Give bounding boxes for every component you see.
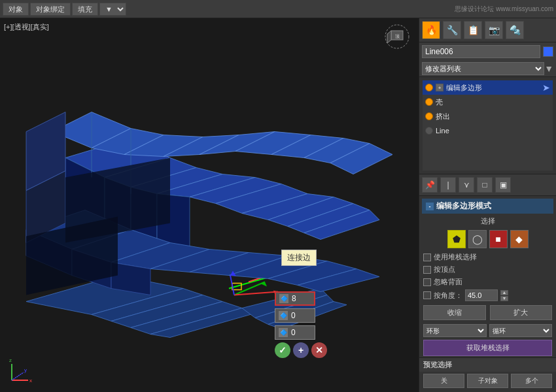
input-icon-2: 🔷 bbox=[278, 310, 288, 321]
checkbox-icon-back[interactable] bbox=[423, 278, 431, 286]
axes-indicator: x z y bbox=[5, 354, 38, 387]
panel-stack-btn[interactable]: | bbox=[440, 177, 456, 193]
toolbar-btn-object[interactable]: 对象 bbox=[3, 3, 29, 16]
panel-paste-btn[interactable]: ▣ bbox=[495, 177, 511, 193]
object-name-row bbox=[419, 42, 556, 61]
add-button[interactable]: + bbox=[293, 342, 309, 358]
ring-dropdown[interactable]: 环形 bbox=[423, 324, 487, 337]
input-row-3[interactable]: 🔷 0 bbox=[275, 325, 315, 340]
preview-btn-row: 关 子对象 多个 bbox=[419, 372, 556, 390]
checkbox-label-vertex: 按顶点 bbox=[434, 265, 455, 274]
tooltip-popup: 连接边 bbox=[281, 250, 317, 266]
modifier-arrow-editpoly: ➤ bbox=[542, 82, 550, 93]
watermark: 思缘设计论坛 www.missyuan.com bbox=[455, 5, 553, 14]
confirm-button[interactable]: ✓ bbox=[275, 342, 290, 358]
svg-line-63 bbox=[12, 372, 24, 380]
spin-down-icon[interactable]: ▼ bbox=[500, 296, 508, 301]
scene-svg bbox=[0, 18, 419, 392]
preview-child-button[interactable]: 子对象 bbox=[467, 374, 508, 388]
color-swatch[interactable] bbox=[543, 46, 553, 57]
shrink-button[interactable]: 收缩 bbox=[423, 305, 486, 320]
ring-loop-row: 环形 循环 bbox=[419, 323, 556, 338]
panel-copy-btn[interactable]: □ bbox=[477, 177, 493, 193]
toolbar-btn-bind[interactable]: 对象绑定 bbox=[30, 3, 71, 16]
sel-btn-vertex[interactable]: ⬟ bbox=[447, 230, 466, 248]
viewport-inputs: 🔷 8 🔷 0 🔷 0 bbox=[275, 291, 315, 340]
svg-marker-68 bbox=[387, 31, 391, 43]
panel-icon-tabs: 🔥 🔧 📋 📷 🔩 bbox=[419, 18, 556, 42]
checkbox-label-back: 忽略背面 bbox=[434, 277, 462, 287]
panel-pin-btn[interactable]: 📌 bbox=[422, 177, 438, 193]
modifier-name-line: Line bbox=[436, 127, 550, 135]
get-stack-button[interactable]: 获取堆栈选择 bbox=[423, 340, 552, 356]
modifier-item-extrude[interactable]: 挤出 bbox=[423, 109, 553, 123]
input-icon-1: 🔷 bbox=[279, 293, 289, 304]
main-layout: [+][透视][真实] bbox=[0, 18, 556, 392]
angle-label: 按角度： bbox=[434, 291, 462, 301]
svg-text:z: z bbox=[9, 357, 12, 363]
input-val-1: 8 bbox=[292, 294, 311, 303]
object-name-input[interactable] bbox=[422, 45, 540, 58]
input-val-2: 0 bbox=[291, 311, 311, 320]
panel-branch-btn[interactable]: ⋎ bbox=[459, 177, 474, 193]
spin-up-icon[interactable]: ▲ bbox=[500, 290, 508, 295]
modifier-item-editpoly[interactable]: + 编辑多边形 ➤ bbox=[423, 80, 553, 95]
expand-button[interactable]: 扩大 bbox=[490, 305, 553, 320]
input-val-3: 0 bbox=[291, 328, 311, 337]
dropdown-arrow-icon[interactable]: ▼ bbox=[544, 63, 553, 74]
preview-off-button[interactable]: 关 bbox=[423, 374, 464, 388]
top-toolbar: 对象 对象绑定 填充 ▼ 思缘设计论坛 www.missyuan.com bbox=[0, 0, 556, 18]
checkbox-icon-vertex[interactable] bbox=[423, 266, 431, 274]
stack-spacer bbox=[423, 138, 553, 171]
modifier-name-extrude: 挤出 bbox=[436, 112, 550, 122]
panel-tab-create[interactable]: 🔥 bbox=[422, 21, 440, 39]
checkbox-label-stack: 使用堆栈选择 bbox=[434, 252, 477, 262]
checkbox-icon-stack[interactable] bbox=[423, 253, 431, 261]
angle-row: 按角度： ▲ ▼ bbox=[419, 288, 556, 302]
expand-icon-editpoly[interactable]: + bbox=[436, 84, 443, 91]
toolbar-btn-fill[interactable]: 填充 bbox=[72, 3, 98, 16]
right-panel: 🔥 🔧 📋 📷 🔩 修改器列表 ▼ + 编辑多边形 ➤ bbox=[419, 18, 556, 392]
preview-section: 预览选择 bbox=[419, 357, 556, 372]
modifier-dropdown-row: 修改器列表 ▼ bbox=[419, 61, 556, 77]
sel-btn-border[interactable]: ■ bbox=[489, 230, 508, 248]
toolbar-dropdown[interactable]: ▼ bbox=[99, 3, 126, 16]
modifier-stack: + 编辑多边形 ➤ 壳 挤出 Line bbox=[422, 80, 553, 171]
section-edit-label: 编辑多边形模式 bbox=[436, 201, 491, 212]
action-buttons: ✓ + ✕ bbox=[275, 342, 327, 358]
panel-tab-modify[interactable]: 🔧 bbox=[443, 21, 461, 39]
nav-cube[interactable]: 顶 bbox=[381, 24, 413, 56]
section-edit-poly[interactable]: - 编辑多边形模式 bbox=[422, 199, 553, 214]
bulb-icon-shell bbox=[425, 98, 433, 106]
modifier-name-editpoly: 编辑多边形 bbox=[446, 83, 540, 93]
viewport[interactable]: [+][透视][真实] bbox=[0, 18, 419, 392]
angle-input[interactable] bbox=[465, 289, 498, 301]
cancel-button[interactable]: ✕ bbox=[311, 342, 327, 358]
sel-btn-poly[interactable]: ◆ bbox=[510, 230, 529, 248]
modifier-item-shell[interactable]: 壳 bbox=[423, 95, 553, 109]
panel-tab-display[interactable]: 🔩 bbox=[506, 21, 524, 39]
checkbox-stack-select[interactable]: 使用堆栈选择 bbox=[419, 251, 556, 263]
input-row-2[interactable]: 🔷 0 bbox=[275, 308, 315, 323]
panel-tab-hierarchy[interactable]: 📋 bbox=[464, 21, 482, 39]
section-expand-icon[interactable]: - bbox=[426, 203, 434, 210]
viewport-label: [+][透视][真实] bbox=[4, 22, 49, 32]
checkbox-by-vertex[interactable]: 按顶点 bbox=[419, 263, 556, 276]
bulb-icon-editpoly bbox=[425, 84, 433, 91]
input-row-1[interactable]: 🔷 8 bbox=[275, 291, 315, 306]
modifier-list-dropdown[interactable]: 修改器列表 bbox=[422, 62, 544, 75]
bulb-icon-extrude bbox=[425, 112, 433, 120]
loop-dropdown[interactable]: 循环 bbox=[489, 324, 553, 337]
panel-tab-motion[interactable]: 📷 bbox=[485, 21, 503, 39]
input-icon-3: 🔷 bbox=[278, 327, 288, 338]
bulb-icon-line bbox=[425, 127, 433, 135]
select-label: 选择 bbox=[419, 215, 556, 227]
checkbox-ignore-back[interactable]: 忽略背面 bbox=[419, 276, 556, 288]
sel-btn-edge[interactable]: ◯ bbox=[468, 230, 487, 248]
modifier-name-shell: 壳 bbox=[436, 97, 550, 107]
preview-multi-button[interactable]: 多个 bbox=[511, 374, 552, 388]
shrink-expand-row: 收缩 扩大 bbox=[419, 302, 556, 323]
angle-checkbox-icon[interactable] bbox=[423, 291, 431, 299]
svg-text:y: y bbox=[24, 367, 27, 373]
modifier-item-line[interactable]: Line bbox=[423, 123, 553, 138]
